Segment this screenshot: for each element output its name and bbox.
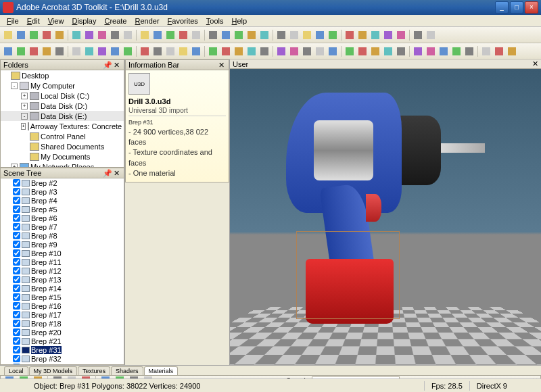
toolbar-button[interactable] xyxy=(28,45,40,57)
toolbar-button[interactable] xyxy=(382,45,394,57)
folder-item[interactable]: Desktop xyxy=(1,70,124,80)
close-folders-icon[interactable]: ✕ xyxy=(112,61,121,70)
scene-item-checkbox[interactable] xyxy=(13,258,20,266)
menu-view[interactable]: View xyxy=(44,16,68,26)
toolbar-button[interactable] xyxy=(327,45,339,57)
toolbar-button[interactable] xyxy=(41,29,53,41)
toolbar-button[interactable] xyxy=(450,45,463,57)
toolbar-button[interactable] xyxy=(177,29,189,41)
toolbar-button[interactable] xyxy=(15,29,27,41)
scene-tree-item[interactable]: Brep #8 xyxy=(1,231,124,240)
scene-item-checkbox[interactable] xyxy=(13,320,20,327)
toolbar-button[interactable] xyxy=(327,29,339,41)
menu-tools[interactable]: Tools xyxy=(202,16,228,26)
toolbar-button[interactable] xyxy=(53,45,66,57)
folder-item[interactable]: +My Network Places xyxy=(1,162,124,168)
toolbar-button[interactable] xyxy=(506,45,518,57)
scene-item-checkbox[interactable] xyxy=(13,328,20,336)
toolbar-button[interactable] xyxy=(288,29,300,41)
scene-item-checkbox[interactable] xyxy=(13,214,20,222)
toolbar-button[interactable] xyxy=(139,45,151,57)
toolbar-button[interactable] xyxy=(425,45,437,57)
scene-tree-item[interactable]: Brep #12 xyxy=(1,266,124,275)
toolbar-button[interactable] xyxy=(314,29,326,41)
scene-tree-item[interactable]: Brep #17 xyxy=(1,310,124,319)
toolbar-button[interactable] xyxy=(177,45,189,57)
toolbar-button[interactable] xyxy=(2,45,14,57)
toolbar-button[interactable] xyxy=(151,29,164,41)
expand-icon[interactable]: + xyxy=(21,103,28,109)
toolbar-button[interactable] xyxy=(190,29,202,41)
scene-tree-item[interactable]: Brep #15 xyxy=(1,293,124,301)
toolbar-button[interactable] xyxy=(233,29,245,41)
toolbar-button[interactable] xyxy=(438,45,450,57)
toolbar-button[interactable] xyxy=(412,29,424,41)
scene-item-checkbox[interactable] xyxy=(13,337,20,345)
scene-item-checkbox[interactable] xyxy=(13,293,20,301)
menu-render[interactable]: Render xyxy=(131,16,163,26)
toolbar-button[interactable] xyxy=(2,29,14,41)
expand-icon[interactable]: - xyxy=(21,113,28,120)
scene-tree-item[interactable]: Brep #18 xyxy=(1,319,124,328)
scene-tree-item[interactable]: Brep #33 xyxy=(1,363,124,365)
close-scene-icon[interactable]: ✕ xyxy=(112,169,121,178)
toolbar-button[interactable] xyxy=(83,45,95,57)
close-button[interactable]: × xyxy=(525,1,538,14)
toolbar-button[interactable] xyxy=(122,29,134,41)
scene-tree-item[interactable]: Brep #21 xyxy=(1,337,124,345)
toolbar-button[interactable] xyxy=(275,45,287,57)
toolbar-button[interactable] xyxy=(369,29,381,41)
toolbar-button[interactable] xyxy=(356,45,369,57)
scene-tree[interactable]: Brep #2Brep #3Brep #4Brep #5Brep #6Brep … xyxy=(0,178,124,365)
scene-item-checkbox[interactable] xyxy=(13,302,20,310)
menu-create[interactable]: Create xyxy=(100,16,131,26)
toolbar-button[interactable] xyxy=(109,29,121,41)
toolbar-button[interactable] xyxy=(258,29,270,41)
scene-tree-item[interactable]: Brep #31 xyxy=(1,345,124,354)
toolbar-button[interactable] xyxy=(164,29,177,41)
toolbar-button[interactable] xyxy=(344,45,356,57)
scene-tree-item[interactable]: Brep #20 xyxy=(1,328,124,337)
expand-icon[interactable]: + xyxy=(21,123,26,130)
folders-tree[interactable]: Desktop-My Computer+Local Disk (C:)+Data… xyxy=(0,70,124,168)
folder-item[interactable]: Shared Documents xyxy=(1,141,124,151)
toolbar-button[interactable] xyxy=(139,29,151,41)
toolbar-button[interactable] xyxy=(70,45,83,57)
toolbar-button[interactable] xyxy=(344,29,356,41)
scene-item-checkbox[interactable] xyxy=(13,311,20,318)
folder-item[interactable]: +Local Disk (C:) xyxy=(1,91,124,101)
scene-item-checkbox[interactable] xyxy=(13,241,20,248)
toolbar-button[interactable] xyxy=(190,45,202,57)
scene-tree-item[interactable]: Brep #11 xyxy=(1,258,124,266)
toolbar-button[interactable] xyxy=(288,45,300,57)
folder-item[interactable]: -My Computer xyxy=(1,80,124,91)
scene-item-checkbox[interactable] xyxy=(13,267,20,274)
menu-file[interactable]: File xyxy=(3,16,23,26)
scene-item-checkbox[interactable] xyxy=(13,205,20,213)
scene-item-checkbox[interactable] xyxy=(13,179,20,187)
toolbar-button[interactable] xyxy=(395,29,407,41)
toolbar-button[interactable] xyxy=(245,29,258,41)
toolbar-button[interactable] xyxy=(96,29,108,41)
scene-tree-item[interactable]: Brep #32 xyxy=(1,354,124,363)
scene-item-checkbox[interactable] xyxy=(13,197,20,204)
toolbar-button[interactable] xyxy=(15,45,27,57)
scene-tree-item[interactable]: Brep #2 xyxy=(1,178,124,187)
toolbar-button[interactable] xyxy=(480,45,492,57)
scene-tree-item[interactable]: Brep #7 xyxy=(1,222,124,231)
toolbar-button[interactable] xyxy=(41,45,53,57)
scene-item-checkbox[interactable] xyxy=(13,276,20,283)
toolbar-button[interactable] xyxy=(463,45,475,57)
scene-tree-item[interactable]: Brep #5 xyxy=(1,205,124,214)
toolbar-button[interactable] xyxy=(493,45,505,57)
scene-tree-item[interactable]: Brep #13 xyxy=(1,275,124,284)
toolbar-button[interactable] xyxy=(122,45,134,57)
close-info-icon[interactable]: ✕ xyxy=(217,61,226,70)
toolbar-button[interactable] xyxy=(275,29,287,41)
toolbar-button[interactable] xyxy=(83,29,95,41)
scene-tree-item[interactable]: Brep #14 xyxy=(1,284,124,293)
toolbar-button[interactable] xyxy=(245,45,258,57)
toolbar-button[interactable] xyxy=(425,29,437,41)
drill-model[interactable] xyxy=(286,93,485,324)
scene-item-checkbox[interactable] xyxy=(13,232,20,239)
